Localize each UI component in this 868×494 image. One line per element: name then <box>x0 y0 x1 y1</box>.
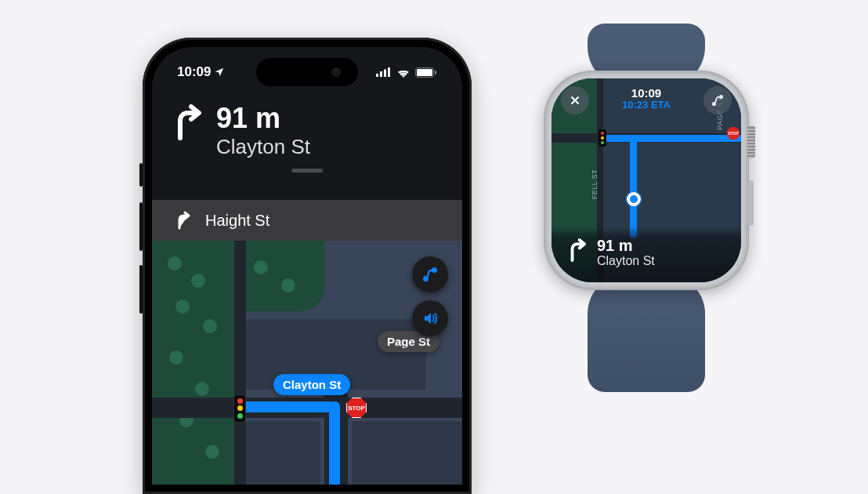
mute-switch[interactable] <box>139 163 143 187</box>
turn-right-icon <box>172 104 204 144</box>
apple-watch-device: STOP FELL ST PAGE ST 10:09 10:23 ETA <box>533 24 760 392</box>
next-turn-row[interactable]: Haight St <box>152 200 462 241</box>
next-street: Haight St <box>205 212 269 230</box>
watch-case: STOP FELL ST PAGE ST 10:09 10:23 ETA <box>544 71 749 290</box>
route-overview-button[interactable] <box>412 256 448 292</box>
watch-nav-banner[interactable]: 91 m Clayton St <box>552 227 741 282</box>
watch-street: Clayton St <box>597 254 655 268</box>
status-time: 10:09 <box>177 64 211 80</box>
svg-rect-2 <box>384 70 386 78</box>
traffic-light-icon <box>233 394 246 423</box>
route-overview-button[interactable] <box>703 86 732 114</box>
location-icon <box>214 67 225 78</box>
street-label: FELL ST <box>591 169 599 200</box>
close-button[interactable] <box>561 86 589 114</box>
traffic-light-icon <box>599 129 606 147</box>
dynamic-island[interactable] <box>256 58 358 86</box>
watch-band <box>588 274 705 392</box>
svg-rect-6 <box>435 71 436 74</box>
watch-eta: 10:23 ETA <box>622 100 671 111</box>
digital-crown[interactable] <box>747 125 755 158</box>
current-location-dot <box>627 192 641 206</box>
volume-down-button[interactable] <box>139 265 143 314</box>
turn-right-icon <box>175 211 191 230</box>
svg-rect-1 <box>380 71 382 77</box>
wifi-icon <box>396 67 410 78</box>
battery-icon <box>415 67 437 78</box>
svg-rect-5 <box>417 69 432 76</box>
iphone-screen: 10:09 91 m Clayton St <box>152 47 462 485</box>
stop-sign-icon: STOP <box>727 127 740 140</box>
map-view[interactable]: /*trees placeholder*/ Clayton St Page St… <box>152 241 462 485</box>
volume-up-button[interactable] <box>139 202 143 251</box>
svg-rect-0 <box>376 74 378 77</box>
iphone-device-frame: 10:09 91 m Clayton St <box>143 38 472 494</box>
watch-time: 10:09 <box>622 86 671 100</box>
cellular-icon <box>376 67 392 77</box>
navigation-banner[interactable]: 91 m Clayton St <box>152 89 462 180</box>
watch-distance: 91 m <box>597 238 655 254</box>
audio-button[interactable] <box>412 300 448 336</box>
watch-screen: STOP FELL ST PAGE ST 10:09 10:23 ETA <box>552 78 741 282</box>
turn-right-icon <box>567 238 588 263</box>
drag-handle[interactable] <box>291 169 323 173</box>
svg-rect-3 <box>388 67 390 77</box>
side-button[interactable] <box>748 180 754 226</box>
route-street-label: Clayton St <box>273 374 350 395</box>
nav-distance: 91 m <box>216 104 310 133</box>
nav-street: Clayton St <box>216 135 310 159</box>
